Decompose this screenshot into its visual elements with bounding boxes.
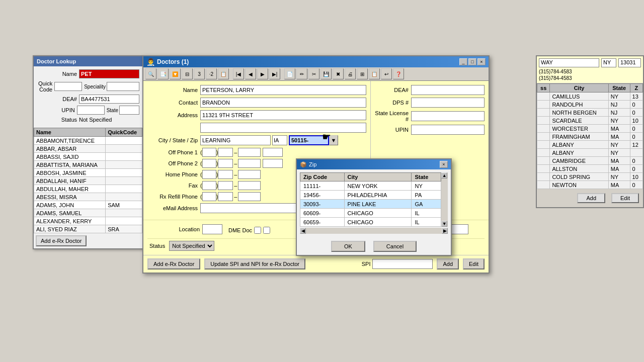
grid-button[interactable]: ⊞ — [357, 68, 368, 79]
form-button[interactable]: 📋 — [369, 68, 380, 79]
add-erx-doc-button[interactable]: Add e-Rx Doctor — [147, 258, 200, 269]
upin-field[interactable] — [411, 125, 485, 135]
list-item[interactable]: ALLSTONMA0 — [537, 165, 643, 173]
contact-field[interactable] — [200, 98, 366, 108]
off-phone2-ext[interactable] — [263, 159, 283, 168]
undo-button[interactable]: ↩ — [381, 68, 392, 79]
list-item[interactable]: ALI, SYED RIAZSRA — [34, 225, 142, 233]
list-item[interactable]: NORTH BERGENNJ0 — [537, 109, 643, 117]
zip-dropdown-button[interactable]: ▼ — [329, 135, 338, 145]
state-license-field[interactable] — [411, 111, 485, 121]
last-button[interactable]: ▶| — [269, 68, 280, 79]
home-phone-area[interactable] — [202, 170, 216, 179]
name-field[interactable] — [200, 85, 366, 95]
list-item[interactable]: ALBANYNY — [537, 149, 643, 157]
fax-number[interactable] — [238, 181, 261, 190]
rx-number[interactable] — [238, 192, 261, 201]
list-item[interactable]: ADAMS, SAMUEL — [34, 209, 142, 217]
print-button[interactable]: 🖨 — [345, 68, 356, 79]
address2-field[interactable] — [200, 123, 366, 133]
restore-button[interactable]: □ — [468, 58, 476, 65]
table-row[interactable]: 19456-PHILADELPHIAPA — [300, 191, 441, 200]
list-item[interactable]: ADAMS, JOHNSAM — [34, 201, 142, 209]
location-field[interactable] — [202, 224, 222, 234]
list-item[interactable]: ALEXANDER, KERRY — [34, 217, 142, 225]
dme-doc-checkbox2[interactable] — [263, 227, 270, 234]
first-button[interactable]: |◀ — [233, 68, 244, 79]
off-phone2-area[interactable] — [202, 159, 216, 168]
rx-prefix[interactable] — [218, 192, 233, 201]
right-edit-button[interactable]: Edit — [611, 193, 639, 203]
cancel-tb-button[interactable]: ✖ — [333, 68, 344, 79]
delete-button[interactable]: ✂ — [308, 68, 319, 79]
list-item[interactable]: ALBANYNY12 — [537, 141, 643, 149]
table-row[interactable]: 60659-CHICAGOIL — [300, 218, 441, 227]
zip-ok-button[interactable]: OK — [331, 241, 365, 252]
zip-scrollbar[interactable]: ▲ ▼ — [441, 172, 448, 227]
table-row[interactable]: 11111-NEW YORKNY — [300, 182, 441, 191]
state-field[interactable] — [272, 135, 287, 145]
close-button[interactable]: × — [477, 58, 486, 65]
list-item[interactable]: ABBATTISTA, MARIANA — [34, 161, 142, 169]
update-spi-button[interactable]: Update SPI and NPI for e-Rx Doctor — [204, 258, 305, 269]
list-item[interactable]: COLD SPRINGNY10 — [537, 173, 643, 181]
status-select[interactable]: Not Specified — [169, 241, 214, 251]
next-button[interactable]: ▶ — [257, 68, 268, 79]
num2-button[interactable]: ·2 — [206, 68, 217, 79]
list-item[interactable]: WORCESTERMA0 — [537, 125, 643, 133]
off-phone1-number[interactable] — [238, 148, 261, 157]
filter2-button[interactable]: ⊟ — [182, 68, 193, 79]
off-phone2-number[interactable] — [238, 159, 261, 168]
search-button[interactable]: 🔍 — [145, 68, 156, 79]
help-button[interactable]: ❓ — [393, 68, 404, 79]
prev-button[interactable]: ◀ — [245, 68, 256, 79]
off-phone1-ext[interactable] — [263, 148, 283, 157]
table-row[interactable]: 60609-CHICAGOIL — [300, 209, 441, 218]
new-button[interactable]: 📄 — [284, 68, 295, 79]
copy-button[interactable]: 📋 — [218, 68, 229, 79]
off-phone2-prefix[interactable] — [218, 159, 233, 168]
edit-main-button[interactable]: Edit — [463, 258, 485, 269]
save-button[interactable]: 💾 — [320, 68, 332, 79]
dps-field[interactable] — [411, 98, 485, 108]
list-item[interactable]: ABDULLAH, MAHER — [34, 185, 142, 193]
zip-close-button[interactable]: × — [440, 161, 448, 168]
list-item[interactable]: NEWTONMA0 — [537, 181, 643, 189]
name-input[interactable] — [79, 69, 139, 78]
minimize-button[interactable]: _ — [459, 58, 467, 65]
off-phone1-prefix[interactable] — [218, 148, 233, 157]
home-phone-number[interactable] — [238, 170, 261, 179]
list-item[interactable]: ABBOSH, JASMINE — [34, 169, 142, 177]
quick-code-input[interactable] — [54, 82, 82, 91]
upin-input[interactable] — [77, 106, 105, 115]
address-field[interactable] — [200, 110, 366, 120]
off-phone1-area[interactable] — [202, 148, 216, 157]
list-item[interactable]: ABBASSI, SAJID — [34, 153, 142, 161]
city-field[interactable] — [200, 135, 271, 145]
rx-area[interactable] — [202, 192, 216, 201]
list-item[interactable]: CAMBRIDGEMA0 — [537, 157, 643, 165]
fax-area[interactable] — [202, 181, 216, 190]
list-item[interactable]: ABBAR, ABSAR — [34, 145, 142, 153]
dme-doc-checkbox[interactable] — [254, 227, 261, 234]
state-input-lookup[interactable] — [119, 106, 139, 115]
edit-tb-button[interactable]: ✏ — [296, 68, 307, 79]
list-item[interactable]: CAMILLUSNY13 — [537, 93, 643, 101]
list-item[interactable]: FRAMINGHAMMA0 — [537, 133, 643, 141]
home-phone-prefix[interactable] — [218, 170, 233, 179]
add-main-button[interactable]: Add — [437, 258, 459, 269]
dea-input[interactable] — [79, 95, 139, 104]
list-item[interactable]: RANDOLPHNJ0 — [537, 101, 643, 109]
right-add-button[interactable]: Add — [577, 193, 605, 203]
zip-cancel-button[interactable]: Cancel — [373, 241, 417, 252]
list-item[interactable]: ABDALLAHI, HANIF — [34, 177, 142, 185]
list-item[interactable]: ABESSI, MISRA — [34, 193, 142, 201]
zip-field[interactable] — [289, 135, 329, 145]
bookmark-button[interactable]: 📑 — [157, 68, 169, 79]
num1-button[interactable]: 3 — [194, 68, 205, 79]
dea-field[interactable] — [411, 85, 485, 95]
add-erx-button[interactable]: Add e-Rx Doctor — [36, 235, 87, 246]
filter-button[interactable]: 🔽 — [170, 68, 181, 79]
list-item[interactable]: SCARDALENY10 — [537, 117, 643, 125]
speciality-input[interactable] — [107, 82, 139, 91]
